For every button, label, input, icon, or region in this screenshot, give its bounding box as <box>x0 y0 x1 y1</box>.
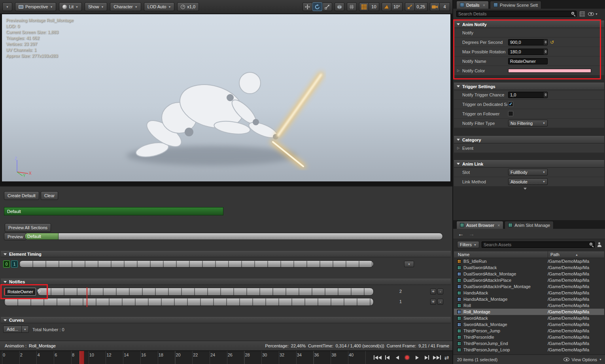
tab-preview-scene-settings[interactable]: Preview Scene Sett <box>490 1 541 9</box>
add-curve-button[interactable]: Add... <box>3 326 22 333</box>
expand-arrow-icon[interactable]: ▷ <box>457 69 459 72</box>
back-arrow-icon[interactable]: ← <box>458 230 464 237</box>
close-icon[interactable]: × <box>483 3 485 8</box>
asset-row[interactable]: BS_IdleRun/Game/DemoMap/Ma <box>454 258 604 264</box>
timing-marker-0[interactable]: 0 <box>3 260 10 268</box>
montage-section-default[interactable]: Default <box>4 207 223 215</box>
track2-add-button[interactable]: + <box>430 299 436 305</box>
loop-button[interactable]: ⇄ <box>442 353 452 362</box>
track1-add-button[interactable]: + <box>430 289 436 294</box>
scale-tool-button[interactable] <box>322 2 332 11</box>
filters-button[interactable]: Filters▼ <box>457 241 479 248</box>
scale-snap-toggle[interactable] <box>405 2 415 11</box>
follower-checkbox[interactable] <box>508 111 513 116</box>
camera-speed-value-button[interactable]: 4 <box>440 2 450 11</box>
degrees-per-second-input[interactable] <box>508 39 548 45</box>
trigger-settings-header[interactable]: Trigger Settings <box>454 83 604 90</box>
notifies-header[interactable]: Notifies <box>1 279 451 285</box>
dedicated-server-checkbox[interactable] <box>508 102 513 107</box>
preview-sections-bar[interactable]: Default <box>25 233 443 240</box>
forward-arrow-icon[interactable]: → <box>469 230 475 237</box>
show-button[interactable]: Show▼ <box>85 2 107 11</box>
column-divider[interactable] <box>548 251 548 258</box>
asset-row[interactable]: ThirdPersonJump_End/Game/DemoMap/Ma <box>454 340 604 347</box>
character-button[interactable]: Character▼ <box>110 2 141 11</box>
grid-snap-value-button[interactable]: 10 <box>369 2 379 11</box>
asset-row[interactable]: ThirdPersonJump_Loop/Game/DemoMap/Ma <box>454 347 604 353</box>
record-button[interactable] <box>402 353 412 362</box>
tab-asset-browser[interactable]: Asset Browser × <box>456 221 503 229</box>
notify-track-1[interactable] <box>37 288 374 296</box>
asset-row[interactable]: Roll/Game/DemoMap/Ma <box>454 302 604 309</box>
developers-filter-icon[interactable] <box>597 242 602 247</box>
asset-row[interactable]: DualSwordAttackInPlace_Montage/Game/Demo… <box>454 283 604 290</box>
asset-row[interactable]: DualSwordAttack_Montage/Game/DemoMap/Ma <box>454 271 604 277</box>
timeline-playhead[interactable] <box>79 351 84 364</box>
lod-auto-button[interactable]: LOD Auto▼ <box>144 2 175 11</box>
asset-row[interactable]: ThirdPerson_Jump/Game/DemoMap/Ma <box>454 328 604 334</box>
scale-snap-value-button[interactable]: 0,25 <box>415 2 427 11</box>
preview-all-sections-button[interactable]: Preview All Sections <box>5 223 51 232</box>
coordinate-space-button[interactable] <box>335 2 344 11</box>
numeric-spinner[interactable] <box>544 40 547 45</box>
play-reverse-button[interactable] <box>392 353 402 362</box>
element-timing-header[interactable]: Element Timing <box>1 251 451 257</box>
perspective-button[interactable]: Perspective▼ <box>15 2 56 11</box>
view-visibility-button[interactable]: ▼ <box>588 12 598 16</box>
reset-to-default-icon[interactable]: ↺ <box>550 40 554 45</box>
camera-speed-button[interactable] <box>430 2 440 11</box>
asset-row[interactable]: ThirdPersonIdle/Game/DemoMap/Ma <box>454 334 604 340</box>
move-tool-button[interactable] <box>302 2 312 11</box>
details-expander[interactable] <box>524 190 527 194</box>
column-name[interactable]: Name <box>458 252 469 257</box>
asset-row[interactable]: HandsAttack_Montage/Game/DemoMap/Ma <box>454 296 604 302</box>
timeline-ruler[interactable]: ⇄ 0246810121416182022242628303234363840 <box>0 351 452 364</box>
grid-snap-toggle[interactable] <box>359 2 369 11</box>
timing-marker-1[interactable]: 1 <box>11 260 18 268</box>
category-header[interactable]: Category <box>454 136 604 143</box>
step-forward-button[interactable] <box>422 353 432 362</box>
notify-sync-icon[interactable]: ↻ <box>37 289 41 294</box>
viewport-options-button[interactable]: ▼ <box>2 2 12 11</box>
playback-speed-button[interactable]: x1,0 <box>177 2 199 11</box>
timing-display-dropdown[interactable]: ▼ <box>404 261 414 267</box>
preview-default-segment[interactable]: Default <box>25 233 59 240</box>
track1-remove-button[interactable]: - <box>437 289 443 294</box>
asset-row[interactable]: DualSwordAttackInPlace/Game/DemoMap/Ma <box>454 277 604 283</box>
asset-row[interactable]: Roll_Montage/Game/DemoMap/Ma <box>454 309 604 315</box>
notify-name-input[interactable] <box>508 58 548 64</box>
rotate-tool-button[interactable] <box>312 2 322 11</box>
lit-button[interactable]: Lit▼ <box>59 2 82 11</box>
step-backward-button[interactable] <box>382 353 392 362</box>
asset-row[interactable]: SwordAttack/Game/DemoMap/Ma <box>454 315 604 321</box>
view-options-button[interactable]: View Options ▼ <box>563 357 602 362</box>
tab-details[interactable]: Details × <box>456 1 489 9</box>
viewport-3d[interactable]: Previewing Montage Roll_MontageLOD: 0Cur… <box>2 14 451 182</box>
track2-remove-button[interactable]: - <box>437 299 443 305</box>
notify-color-swatch[interactable] <box>508 69 591 73</box>
link-method-dropdown[interactable]: Absolute▼ <box>508 178 548 185</box>
asset-row[interactable]: DualSwordAttack/Game/DemoMap/Ma <box>454 264 604 271</box>
notify-trigger-chance-input[interactable] <box>508 92 548 98</box>
rotateowner-notify[interactable]: RotateOwner <box>4 288 36 296</box>
slot-dropdown[interactable]: FullBody▼ <box>508 169 548 175</box>
numeric-spinner[interactable] <box>544 49 547 55</box>
create-default-button[interactable]: Create Default <box>4 191 39 200</box>
notify-track-2[interactable] <box>4 298 374 306</box>
expand-arrow-icon[interactable]: ▷ <box>457 146 459 150</box>
curves-header[interactable]: Curves <box>1 317 451 323</box>
tab-anim-slot-manager[interactable]: Anim Slot Manage <box>505 221 554 229</box>
max-possible-rotation-input[interactable] <box>508 49 548 55</box>
to-end-button[interactable] <box>432 353 442 362</box>
play-forward-button[interactable] <box>412 353 422 362</box>
close-icon[interactable]: × <box>497 223 500 228</box>
notify-filter-dropdown[interactable]: No Filtering▼ <box>508 120 548 126</box>
display-filter-icon[interactable] <box>580 11 585 17</box>
add-curve-dropdown[interactable]: ▼ <box>22 326 29 333</box>
numeric-spinner[interactable] <box>544 92 547 98</box>
clear-button[interactable]: Clear <box>41 191 58 200</box>
notify-playhead[interactable] <box>87 287 87 307</box>
search-details-input[interactable] <box>456 11 577 17</box>
surface-snap-button[interactable] <box>347 2 357 11</box>
rotation-snap-toggle[interactable] <box>382 2 391 11</box>
